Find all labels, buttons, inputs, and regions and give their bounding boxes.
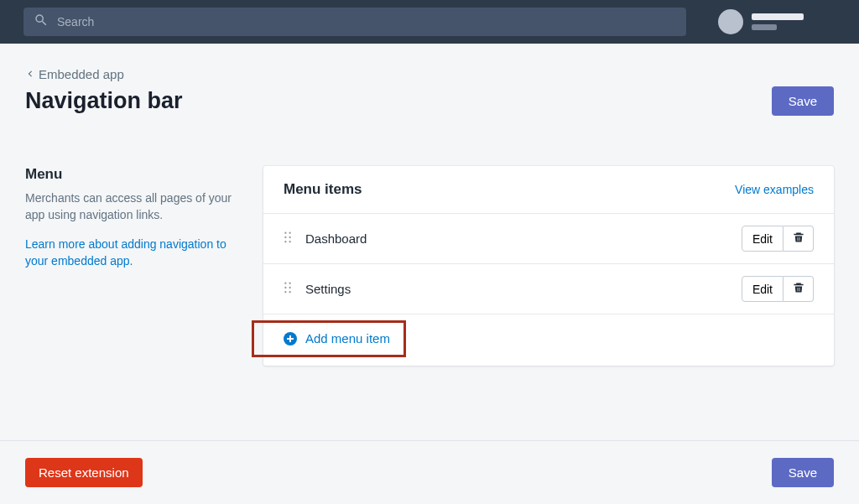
top-bar [0, 0, 859, 44]
svg-point-3 [289, 236, 290, 238]
breadcrumb-back[interactable]: Embedded app [25, 67, 124, 81]
learn-more-link[interactable]: Learn more about adding navigation to yo… [25, 236, 243, 270]
delete-button[interactable] [784, 226, 814, 252]
menu-item-row: Settings Edit [263, 264, 834, 314]
edit-button[interactable]: Edit [742, 276, 784, 302]
user-name-placeholder [752, 13, 804, 30]
search-field-wrap[interactable] [23, 8, 686, 36]
svg-point-10 [284, 291, 286, 293]
reset-extension-button[interactable]: Reset extension [25, 458, 143, 487]
svg-point-8 [284, 287, 286, 288]
svg-point-4 [284, 241, 286, 242]
menu-items-card: Menu items View examples Dashboard Edit [263, 166, 834, 366]
svg-point-2 [284, 236, 286, 238]
side-section-description: Merchants can access all pages of your a… [25, 190, 243, 224]
search-icon [34, 13, 57, 31]
drag-handle-icon[interactable] [284, 231, 295, 247]
add-menu-item-button[interactable]: Add menu item [284, 331, 390, 346]
add-menu-item-label: Add menu item [305, 331, 390, 346]
footer-save-button[interactable]: Save [772, 458, 834, 487]
search-input[interactable] [57, 15, 676, 29]
drag-handle-icon[interactable] [284, 282, 295, 297]
view-examples-link[interactable]: View examples [735, 181, 814, 198]
save-button[interactable]: Save [772, 86, 834, 116]
svg-point-6 [284, 282, 286, 283]
avatar [718, 9, 743, 34]
plus-circle-icon [284, 332, 297, 346]
card-title: Menu items [284, 181, 362, 198]
user-menu[interactable] [718, 9, 804, 34]
breadcrumb-label: Embedded app [39, 67, 124, 81]
edit-button[interactable]: Edit [742, 226, 784, 252]
side-section-title: Menu [25, 166, 243, 183]
menu-item-row: Dashboard Edit [263, 214, 834, 264]
trash-icon [793, 231, 804, 246]
svg-point-7 [289, 282, 290, 283]
menu-item-label: Settings [305, 282, 742, 296]
svg-point-0 [284, 231, 286, 233]
menu-item-label: Dashboard [305, 231, 742, 246]
trash-icon [793, 282, 804, 296]
chevron-left-icon [25, 67, 35, 81]
svg-point-1 [289, 231, 290, 233]
page-footer: Reset extension Save [0, 440, 859, 504]
page-title: Navigation bar [25, 88, 183, 114]
svg-point-9 [289, 287, 290, 288]
svg-point-11 [289, 291, 290, 293]
svg-point-5 [289, 241, 290, 242]
delete-button[interactable] [784, 276, 814, 302]
